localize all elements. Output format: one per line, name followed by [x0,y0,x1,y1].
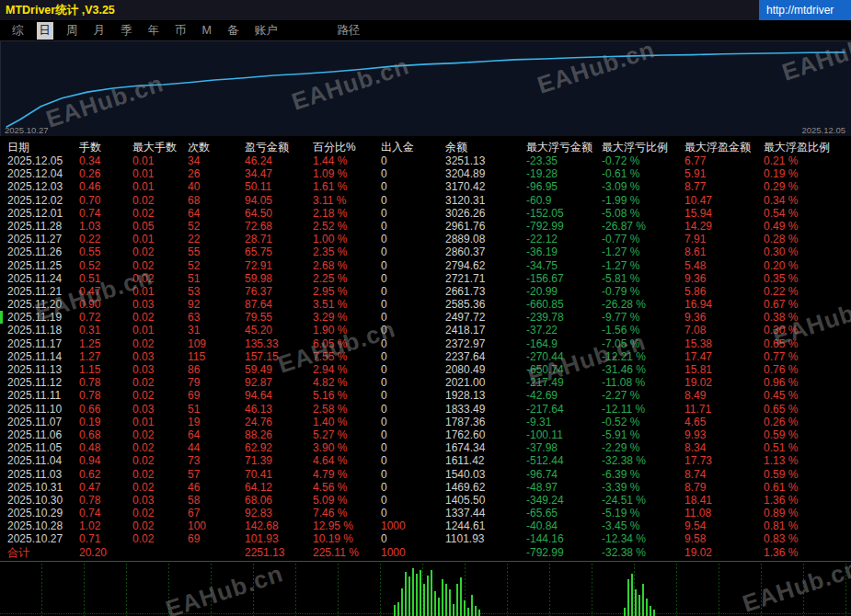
menu-item-M[interactable]: M [200,23,214,38]
cell-balance: 1787.36 [445,416,526,428]
table-row: 2025.11.260.550.025565.752.35 %02860.37-… [0,245,851,258]
cell-lots: 0.46 [79,180,132,193]
cell-date: 2025.11.04 [7,454,79,467]
cell-pl_amount: 71.39 [245,454,313,467]
cell-in_out: 0 [381,363,445,376]
table-row: 2025.12.020.700.026894.053.11 %03120.31-… [0,194,851,207]
cell-pl_amount: 70.41 [245,468,313,481]
cell-max_float_profit: 6.77 [684,154,764,167]
menu-item-综[interactable]: 综 [9,22,27,40]
cell-date: 2025.10.30 [7,494,79,507]
cell-count: 79 [188,376,245,389]
table-row: 2025.11.180.310.013145.201.90 %02418.17-… [0,324,851,337]
table-row: 2025.11.100.660.035146.132.58 %01833.49-… [0,403,851,416]
cell-count: 69 [188,389,245,402]
cell-max_lots: 0.02 [132,389,188,402]
menu-item-周[interactable]: 周 [63,22,81,40]
menu-item-path[interactable]: 路径 [334,22,362,40]
volume-bar [408,576,410,616]
cell-max_float_loss_pct: -1.27 % [602,259,684,272]
table-row: 2025.11.060.680.026488.265.27 %01762.60-… [0,428,851,441]
cell-pl_amount: 157.15 [245,350,313,363]
left-green-tick [0,311,3,324]
cell-max_float_loss_pct: -9.77 % [602,311,684,324]
cell-max_float_profit_pct: 0.77 % [764,350,851,363]
volume-bar [405,572,407,616]
cell-max_float_profit_pct: 0.22 % [764,285,851,298]
total-count [188,546,245,561]
table-row: 2025.10.281.020.02100142.6812.95 %100012… [0,519,851,532]
cell-max_float_profit: 9.36 [684,272,764,285]
cell-max_float_profit: 5.48 [684,259,764,272]
volume-bar [475,606,477,616]
cell-max_float_loss_pct: -32.38 % [602,454,684,467]
volume-bar [627,579,629,616]
volume-bar [420,570,421,616]
menu-item-账户[interactable]: 账户 [251,22,280,40]
cell-max_float_loss_pct: -3.45 % [602,519,684,532]
cell-pl_pct: 4.82 % [313,376,381,389]
cell-max_float_profit: 4.65 [684,416,764,428]
cell-pl_amount: 62.92 [245,441,313,454]
cell-pl_amount: 45.20 [245,324,313,337]
cell-max_float_loss_pct: -5.91 % [602,428,684,441]
cell-balance: 3170.42 [445,180,526,193]
menu-item-备[interactable]: 备 [224,22,242,40]
cell-max_float_profit_pct: 0.83 % [764,532,851,545]
cell-pl_pct: 2.58 % [313,403,381,416]
cell-max_float_profit: 8.61 [684,245,764,258]
cell-balance: 2860.37 [445,245,526,258]
cell-lots: 1.03 [79,220,132,233]
cell-max_float_profit_pct: 0.89 % [764,507,851,519]
cell-date: 2025.11.07 [7,416,79,428]
cell-count: 19 [188,416,245,428]
cell-date: 2025.11.19 [7,311,79,324]
cell-date: 2025.11.21 [7,285,79,298]
cell-max_float_profit: 10.47 [684,194,764,207]
cell-max_lots: 0.03 [132,350,188,363]
cell-count: 44 [188,441,245,454]
cell-in_out: 0 [381,272,445,285]
menu-item-日[interactable]: 日 [37,22,54,40]
cell-pl_amount: 65.75 [245,245,313,258]
cell-max_float_loss_pct: -3.09 % [602,180,684,193]
cell-count: 53 [188,285,245,298]
header-in_out: 出入金 [381,140,445,154]
cell-max_lots: 0.02 [132,311,188,324]
menu-item-月[interactable]: 月 [91,22,109,40]
cell-max_float_loss: -37.22 [526,324,602,337]
cell-date: 2025.11.18 [7,324,79,337]
cell-date: 2025.11.12 [7,376,79,389]
volume-bar [445,584,447,616]
cell-max_float_profit: 19.02 [684,376,764,389]
cell-max_lots: 0.02 [132,428,188,441]
cell-max_float_loss_pct: -0.79 % [602,285,684,298]
cell-date: 2025.11.14 [7,350,79,363]
cell-count: 34 [188,154,245,167]
cell-date: 2025.11.13 [7,363,79,376]
menu-item-年[interactable]: 年 [145,22,163,40]
cell-pl_amount: 68.06 [245,494,313,507]
volume-bar [401,588,403,616]
cell-pl_amount: 94.64 [245,389,313,402]
table-row: 2025.11.210.470.015376.372.95 %02661.73-… [0,285,851,298]
volume-bar [624,608,626,616]
cell-date: 2025.11.20 [7,298,79,311]
cell-max_lots: 0.02 [132,376,188,389]
cell-lots: 0.62 [79,468,132,481]
cell-max_float_loss_pct: -5.08 % [602,207,684,220]
cell-in_out: 0 [381,337,445,350]
cell-lots: 1.02 [79,519,132,532]
table-row: 2025.11.030.620.025770.414.79 %01540.03-… [0,468,851,481]
cell-max_float_loss_pct: -0.77 % [602,233,684,245]
menu-item-币[interactable]: 币 [172,22,190,40]
cell-max_lots: 0.02 [132,454,188,467]
volume-bar [431,570,432,616]
cell-max_lots: 0.02 [132,245,188,258]
cell-max_float_loss_pct: -6.39 % [602,468,684,481]
menu-item-季[interactable]: 季 [118,22,135,40]
total-balance [445,546,526,561]
header-max_lots: 最大手数 [132,140,188,154]
website-link[interactable]: http://mtdriver [759,0,851,20]
cell-in_out: 0 [381,532,445,545]
